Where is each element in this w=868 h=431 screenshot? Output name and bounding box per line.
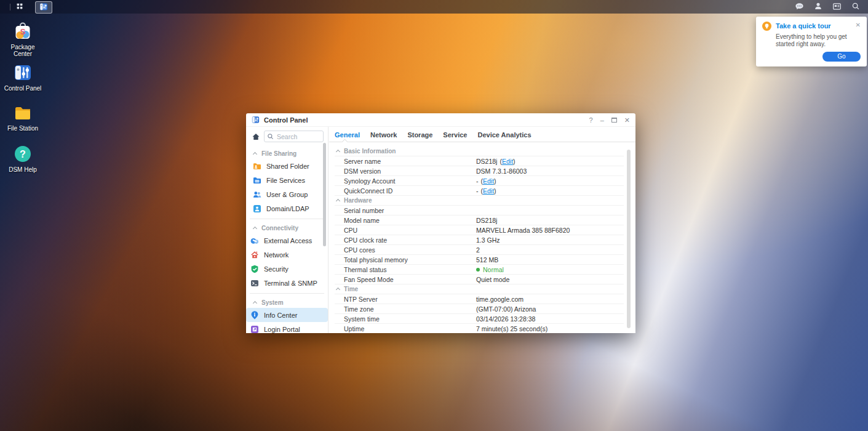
row-label: Total physical memory (335, 256, 476, 264)
tour-go-button[interactable]: Go (822, 52, 861, 62)
tour-title: Take a quick tour (776, 22, 831, 31)
sidebar-item-label: User & Group (266, 191, 308, 198)
row-label: Server name (335, 158, 476, 165)
search-button[interactable] (848, 0, 863, 14)
table-row: Fan Speed Mode Quiet mode (335, 275, 624, 284)
row-label: CPU (335, 227, 476, 234)
sidebar-item-terminal-snmp[interactable]: Terminal & SNMP (246, 276, 328, 290)
file-station-icon (14, 103, 32, 122)
sidebar-item-login-portal[interactable]: Login Portal (246, 322, 328, 333)
row-value: MARVELL Armada 385 88F6820 (476, 227, 624, 234)
section-title: Connectivity (261, 225, 298, 232)
home-button[interactable] (250, 131, 261, 142)
desktop-icon-package-center[interactable]: S Package Center (1, 22, 44, 57)
row-value: DS218j (476, 217, 624, 224)
main-menu-button[interactable] (10, 0, 29, 14)
widgets-button[interactable] (829, 0, 845, 14)
tab-network[interactable]: Network (370, 131, 397, 139)
tab-device-analytics[interactable]: Device Analytics (478, 131, 532, 139)
desktop-icon-dsm-help[interactable]: ? DSM Help (1, 145, 44, 173)
table-row: System time 03/14/2026 13:28:38 (335, 314, 624, 324)
tab-service[interactable]: Service (443, 131, 467, 139)
sidebar-item-label: Security (264, 265, 289, 273)
sidebar-item-shared-folder[interactable]: Shared Folder (249, 159, 325, 173)
sidebar-item-label: Info Center (264, 312, 297, 319)
edit-link[interactable]: Edit (483, 177, 494, 185)
row-value: -Edit (476, 177, 624, 185)
tab-general[interactable]: General (335, 131, 360, 139)
table-row: Model name DS218j (335, 216, 624, 225)
row-label: System time (335, 315, 476, 323)
status-dot (476, 268, 480, 272)
sidebar-scrollbar[interactable] (323, 143, 326, 246)
minimize-button[interactable]: – (600, 116, 604, 124)
domain-ldap-icon (253, 204, 261, 213)
table-row: Serial number (335, 206, 624, 216)
sidebar-item-label: Domain/LDAP (266, 205, 309, 212)
sidebar-item-external-access[interactable]: External Access (246, 233, 328, 248)
desktop-icon-label: DSM Help (1, 166, 44, 173)
table-row: Server name DS218jEdit (335, 156, 624, 166)
sidebar-item-label: Shared Folder (266, 163, 309, 170)
sidebar-item-label: Login Portal (264, 326, 300, 333)
table-row: Time zone (GMT-07:00) Arizona (335, 304, 624, 314)
chat-button[interactable] (792, 0, 807, 14)
maximize-button[interactable] (611, 118, 617, 123)
desktop-icon-label: Control Panel (1, 85, 44, 92)
security-icon (250, 265, 259, 273)
package-center-icon: S (14, 22, 32, 41)
control-panel-task-button[interactable] (35, 1, 52, 14)
terminal-snmp-icon (250, 279, 259, 288)
close-button[interactable]: ✕ (624, 116, 630, 124)
edit-link[interactable]: Edit (502, 158, 513, 165)
sidebar-item-security[interactable]: Security (246, 262, 328, 276)
lightbulb-icon (762, 22, 771, 31)
row-value: DSM 7.3.1-86003 (476, 167, 624, 175)
table-row: Uptime 7 minute(s) 25 second(s) (335, 324, 624, 333)
desktop-icon-label: Package Center (1, 44, 44, 57)
collapse-icon (336, 199, 340, 203)
sidebar-item-user-group[interactable]: User & Group (249, 187, 325, 201)
row-label: Fan Speed Mode (335, 276, 476, 283)
table-row: CPU MARVELL Armada 385 88F6820 (335, 225, 624, 235)
table-row: DSM version DSM 7.3.1-86003 (335, 166, 624, 176)
edit-link-wrap: Edit (481, 177, 496, 185)
sidebar-section-connectivity[interactable]: Connectivity (246, 222, 328, 233)
sidebar-item-domain-ldap[interactable]: Domain/LDAP (249, 201, 325, 216)
sidebar-item-network[interactable]: Network (246, 248, 328, 262)
row-label: QuickConnect ID (335, 187, 476, 195)
edit-link[interactable]: Edit (483, 187, 494, 195)
sidebar-section-system[interactable]: System (246, 297, 328, 308)
sidebar-item-label: File Services (266, 177, 305, 184)
user-group-icon (253, 190, 261, 199)
sidebar-item-info-center[interactable]: Info Center (246, 308, 328, 322)
sidebar-item-label: Terminal & SNMP (264, 280, 317, 287)
sidebar-section-file-sharing[interactable]: File Sharing (246, 148, 328, 159)
tab-storage[interactable]: Storage (407, 131, 432, 139)
row-value: 03/14/2026 13:28:38 (476, 315, 624, 323)
table-row: CPU clock rate 1.3 GHz (335, 235, 624, 245)
table-row: NTP Server time.google.com (335, 294, 624, 304)
sidebar-item-file-services[interactable]: File Services (249, 173, 325, 187)
info-table: Basic Information Server name DS218jEdit… (335, 147, 624, 333)
row-label: Time zone (335, 305, 476, 313)
help-button[interactable]: ? (589, 116, 593, 124)
window-titlebar[interactable]: Control Panel ? – ✕ (246, 113, 635, 127)
chat-icon (795, 2, 804, 12)
section-basic-information[interactable]: Basic Information (335, 147, 624, 156)
user-icon (814, 2, 822, 12)
user-button[interactable] (811, 0, 826, 14)
desktop-icon-control-panel[interactable]: Control Panel (1, 63, 44, 92)
close-icon[interactable]: ✕ (856, 22, 861, 29)
desktop-icon-file-station[interactable]: File Station (1, 103, 44, 132)
content-scrollbar[interactable] (627, 150, 631, 328)
table-row: Thermal status Normal (335, 265, 624, 275)
dsm-help-icon: ? (14, 145, 32, 163)
section-time[interactable]: Time (335, 284, 624, 294)
section-title: System (261, 299, 284, 306)
row-value: (GMT-07:00) Arizona (476, 305, 624, 313)
section-title: Hardware (344, 197, 372, 204)
section-hardware[interactable]: Hardware (335, 196, 624, 206)
shared-folder-icon (253, 162, 261, 171)
row-label: Thermal status (335, 266, 476, 273)
